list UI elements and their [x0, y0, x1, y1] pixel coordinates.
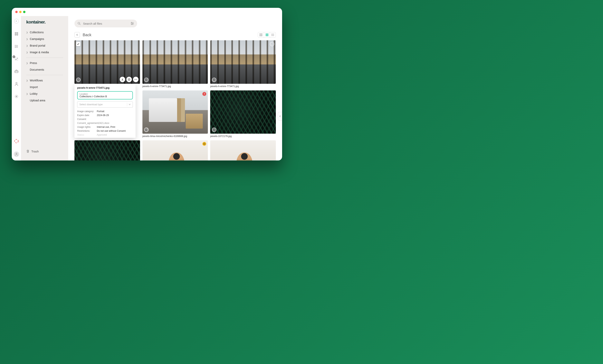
svg-rect-41	[146, 129, 147, 131]
nav-label: Lobby	[30, 92, 38, 95]
search-field[interactable]	[74, 20, 137, 27]
selected-check-icon[interactable]	[76, 42, 80, 46]
asset-thumbnail[interactable]	[210, 40, 276, 84]
window-zoom-dot[interactable]	[23, 11, 25, 13]
consent-file-link[interactable]: Consent_agreement2421.docx	[77, 122, 133, 124]
svg-point-30	[272, 35, 272, 35]
filter-icon[interactable]	[130, 22, 134, 25]
svg-point-13	[131, 22, 132, 23]
asset-thumbnail[interactable]	[210, 90, 276, 134]
nav-label: Upload area	[30, 99, 45, 102]
nav-campaigns[interactable]: ❯Campaigns	[23, 36, 67, 42]
briefcase-icon[interactable]	[14, 69, 19, 74]
asset-thumbnail[interactable]	[142, 140, 208, 160]
help-icon[interactable]	[14, 139, 19, 143]
svg-rect-22	[268, 34, 268, 34]
svg-point-12	[78, 22, 80, 24]
svg-point-31	[272, 36, 272, 36]
svg-rect-27	[267, 36, 267, 36]
asset-card[interactable]: pexels-1072179.jpg	[210, 90, 276, 138]
more-button[interactable]	[133, 77, 139, 82]
asset-grid: pexels-h-emre-773471.jpg pexels-h-emre-7…	[74, 40, 276, 160]
nav-collections[interactable]: ❯Collections	[23, 29, 67, 36]
approvals-icon[interactable]: 4	[14, 57, 19, 61]
asset-thumbnail[interactable]	[74, 40, 140, 84]
nav-label: Campaigns	[30, 37, 44, 41]
apps-icon[interactable]	[14, 32, 19, 36]
svg-rect-42	[145, 129, 147, 130]
stack-icon[interactable]	[212, 77, 217, 82]
view-grid-large[interactable]	[258, 32, 264, 37]
nav-brand-portal[interactable]: ❯Brand portal	[23, 42, 67, 49]
asset-card[interactable]: ! pexels-tima-miroshnichenko-6169668.jpg	[142, 90, 208, 138]
search-icon	[78, 22, 81, 25]
asset-card[interactable]	[210, 140, 276, 160]
view-list[interactable]	[270, 32, 276, 37]
asset-thumbnail[interactable]	[74, 140, 140, 160]
back-label: Back	[83, 33, 91, 37]
nav-lobby[interactable]: ❯Lobby	[23, 90, 67, 97]
asset-thumbnail[interactable]	[142, 40, 208, 84]
asset-card[interactable]	[142, 140, 208, 160]
svg-point-4	[15, 45, 15, 46]
nav-image-media[interactable]: ❯Image & media	[23, 49, 67, 55]
svg-point-29	[272, 34, 272, 34]
window-close-dot[interactable]	[15, 11, 18, 13]
nav-label: Press	[30, 61, 37, 65]
asset-detail-popover: pexels-h-emre-773471.jpg Location: Colle…	[74, 84, 136, 138]
window-minimize-dot[interactable]	[19, 11, 22, 13]
asset-thumbnail[interactable]: !	[142, 90, 208, 134]
folder-nav: ❯Collections ❯Campaigns ❯Brand portal ❯I…	[21, 29, 68, 104]
select-placeholder: Select download type	[79, 103, 103, 106]
user-icon[interactable]	[14, 82, 19, 86]
asset-card[interactable]: pexels-h-emre-773471.jpg	[142, 40, 208, 88]
topbar	[68, 16, 282, 29]
stack-icon[interactable]	[212, 127, 217, 132]
nav-separator	[26, 57, 63, 58]
svg-point-9	[16, 96, 17, 97]
svg-rect-28	[268, 36, 268, 36]
location-path[interactable]: Collections Collection B	[80, 95, 130, 98]
asset-card[interactable]: pexels-h-emre-773471.jpg	[210, 40, 276, 88]
svg-rect-18	[260, 35, 261, 36]
main-panel: Back	[68, 16, 282, 160]
nav-documents[interactable]: ❯Documents	[23, 66, 67, 73]
nav-workflows[interactable]: ❯Workflows	[23, 77, 67, 84]
favorite-button[interactable]	[126, 77, 132, 82]
content-header: Back	[68, 29, 282, 40]
svg-rect-20	[266, 34, 266, 34]
settings-icon[interactable]	[14, 94, 19, 99]
asset-grid-scroll[interactable]: pexels-h-emre-773471.jpg pexels-h-emre-7…	[68, 40, 282, 160]
trash-icon	[26, 150, 29, 153]
back-button[interactable]	[74, 32, 80, 38]
nav-import[interactable]: ❯Import	[23, 84, 67, 90]
asset-card[interactable]: pexels-h-emre-773471.jpg pexels-h-emre-7…	[74, 40, 140, 88]
search-input[interactable]	[83, 22, 128, 25]
svg-rect-16	[260, 34, 261, 34]
nav-press[interactable]: ❯Press	[23, 60, 67, 66]
asset-card[interactable]	[74, 140, 140, 160]
stack-icon[interactable]	[144, 77, 149, 82]
svg-rect-39	[214, 79, 215, 81]
view-grid-small[interactable]	[264, 32, 270, 37]
asset-filename: pexels-h-emre-773471.jpg	[142, 84, 208, 88]
svg-rect-40	[213, 79, 215, 80]
download-type-select[interactable]: Select download type	[77, 101, 133, 108]
list-icon[interactable]	[14, 44, 19, 49]
nav-upload-area[interactable]: ❯Upload area	[23, 97, 67, 104]
svg-rect-17	[261, 34, 262, 34]
rail-back-button[interactable]	[14, 19, 19, 23]
account-avatar[interactable]	[14, 152, 19, 157]
download-button[interactable]	[120, 77, 125, 82]
trash-label: Trash	[31, 150, 39, 153]
stack-icon[interactable]	[144, 127, 149, 132]
svg-rect-38	[145, 79, 147, 80]
svg-rect-43	[214, 129, 215, 131]
select-ring-icon[interactable]	[270, 42, 274, 46]
asset-thumbnail[interactable]	[210, 140, 276, 160]
brand-logo: kontainer.	[21, 20, 68, 29]
nav-trash[interactable]: Trash	[21, 146, 68, 157]
svg-point-10	[14, 139, 18, 143]
stack-icon[interactable]	[76, 77, 81, 82]
side-panel-toggle[interactable]	[278, 112, 282, 121]
